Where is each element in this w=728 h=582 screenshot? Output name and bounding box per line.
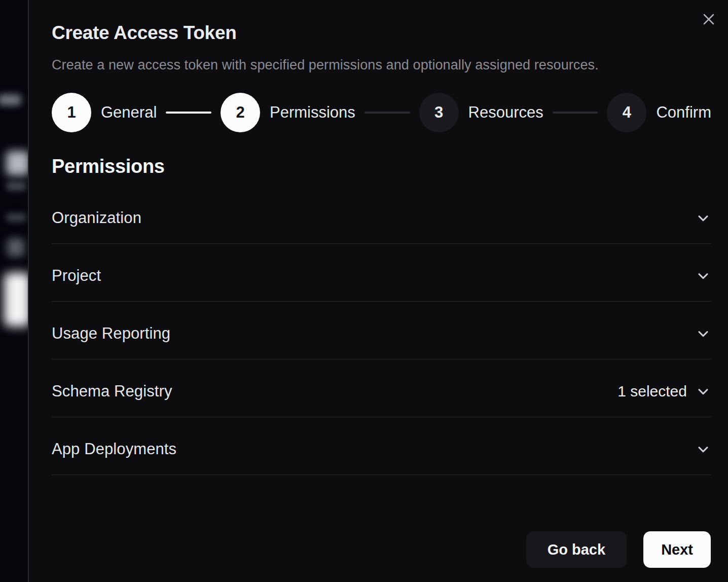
- go-back-button[interactable]: Go back: [526, 531, 627, 568]
- step-number: 4: [607, 93, 646, 132]
- section-heading: Permissions: [52, 132, 711, 177]
- step-label: Confirm: [656, 103, 711, 122]
- step-general[interactable]: 1 General: [52, 93, 157, 132]
- step-connector: [166, 112, 211, 114]
- step-number: 3: [419, 93, 459, 132]
- accordion-label: Organization: [52, 209, 141, 227]
- chevron-down-icon: [695, 268, 711, 284]
- step-connector: [365, 112, 410, 114]
- accordion-right: [695, 210, 711, 226]
- next-button[interactable]: Next: [643, 531, 711, 568]
- background-blur-text: [6, 181, 26, 191]
- chevron-down-icon: [695, 325, 711, 342]
- dialog-title: Create Access Token: [52, 0, 711, 44]
- background-blur-item: [6, 151, 28, 175]
- permissions-accordion-list: Organization Project: [52, 186, 711, 475]
- background-blur-text: [0, 94, 21, 105]
- close-button[interactable]: [699, 9, 719, 29]
- selected-count-badge: 1 selected: [617, 383, 687, 400]
- dialog-subtitle: Create a new access token with specified…: [52, 44, 711, 73]
- step-resources[interactable]: 3 Resources: [419, 93, 543, 132]
- accordion-schema-registry[interactable]: Schema Registry 1 selected: [52, 359, 711, 417]
- step-label: Permissions: [270, 103, 355, 122]
- dialog-footer: Go back Next: [526, 531, 711, 568]
- screen: Create Access Token Create a new access …: [0, 0, 728, 582]
- accordion-organization[interactable]: Organization: [52, 186, 711, 244]
- accordion-right: [695, 325, 711, 342]
- step-label: Resources: [468, 103, 543, 122]
- chevron-down-icon: [695, 441, 711, 457]
- create-access-token-dialog: Create Access Token Create a new access …: [28, 0, 728, 582]
- background-blur-item: [7, 238, 24, 257]
- close-icon: [701, 12, 716, 27]
- background-blur-text: [6, 213, 26, 222]
- accordion-label: Schema Registry: [52, 382, 172, 401]
- accordion-right: [695, 441, 711, 457]
- background-page: [0, 0, 28, 582]
- chevron-down-icon: [695, 383, 711, 399]
- accordion-label: Project: [52, 267, 101, 285]
- chevron-down-icon: [695, 210, 711, 226]
- step-confirm[interactable]: 4 Confirm: [607, 93, 711, 132]
- background-blur-card: [4, 273, 28, 326]
- step-number: 1: [52, 93, 91, 132]
- step-permissions[interactable]: 2 Permissions: [221, 93, 355, 132]
- step-number: 2: [221, 93, 260, 132]
- step-connector: [553, 112, 598, 114]
- accordion-right: 1 selected: [617, 383, 711, 400]
- stepper: 1 General 2 Permissions 3 Resources 4 Co…: [52, 93, 711, 132]
- accordion-right: [695, 268, 711, 284]
- accordion-label: Usage Reporting: [52, 324, 170, 343]
- accordion-app-deployments[interactable]: App Deployments: [52, 417, 711, 475]
- accordion-label: App Deployments: [52, 440, 176, 458]
- accordion-project[interactable]: Project: [52, 244, 711, 302]
- accordion-usage-reporting[interactable]: Usage Reporting: [52, 302, 711, 359]
- step-label: General: [101, 103, 157, 122]
